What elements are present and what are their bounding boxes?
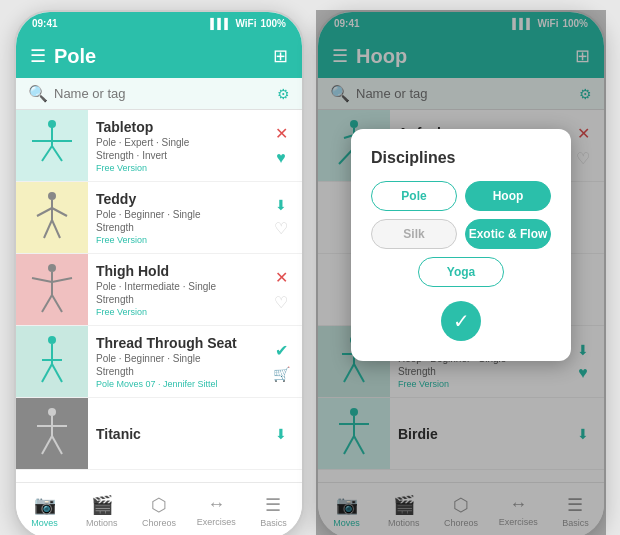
item-sub1-teddy: Pole · Beginner · Single: [96, 209, 262, 220]
svg-line-7: [37, 208, 52, 216]
download-icon-titanic[interactable]: ⬇: [275, 426, 287, 442]
battery-1: 100%: [260, 18, 286, 29]
nav-label-choreos-1: Choreos: [142, 518, 176, 528]
remove-icon-thighhold[interactable]: ✕: [275, 268, 288, 287]
item-name-tabletop: Tabletop: [96, 119, 262, 135]
list-item[interactable]: Titanic ⬇: [16, 398, 302, 470]
svg-line-9: [44, 220, 52, 238]
item-name-titanic: Titanic: [96, 426, 262, 442]
svg-line-10: [52, 220, 60, 238]
app-header-1: ☰ Pole ⊞: [16, 34, 302, 78]
list-item[interactable]: Thread Through Seat Pole · Beginner · Si…: [16, 326, 302, 398]
wifi-icon-1: WiFi: [235, 18, 256, 29]
menu-icon-1[interactable]: ☰: [30, 45, 46, 67]
item-name-thighhold: Thigh Hold: [96, 263, 262, 279]
status-time-1: 09:41: [32, 18, 58, 29]
discipline-grid: Pole Hoop Silk Exotic & Flow: [371, 181, 551, 249]
confirm-check-icon: ✓: [453, 309, 470, 333]
fav-icon-teddy[interactable]: ♡: [274, 219, 288, 238]
nav-label-exercises-1: Exercises: [197, 517, 236, 527]
svg-line-4: [52, 146, 62, 161]
nav-moves-1[interactable]: 📷 Moves: [16, 483, 73, 535]
search-icon-1: 🔍: [28, 84, 48, 103]
header-title-1: Pole: [54, 45, 96, 68]
nav-label-motions-1: Motions: [86, 518, 118, 528]
item-sub1-thread: Pole · Beginner · Single: [96, 353, 262, 364]
figure-teddy: [22, 188, 82, 248]
basics-icon-1: ☰: [265, 494, 281, 516]
item-sub2-thighhold: Strength: [96, 294, 262, 305]
disc-btn-silk[interactable]: Silk: [371, 219, 457, 249]
item-tag-teddy: Free Version: [96, 235, 262, 245]
item-tag-thread: Pole Moves 07 · Jennifer Sittel: [96, 379, 262, 389]
nav-label-moves-1: Moves: [31, 518, 58, 528]
bottom-nav-1: 📷 Moves 🎬 Motions ⬡ Choreos ↔ Exercises …: [16, 482, 302, 535]
phone-hoop-wrapper: 09:41 ▌▌▌ WiFi 100% ☰ Hoop ⊞ 🔍 ⚙: [316, 10, 606, 535]
list-item[interactable]: Teddy Pole · Beginner · Single Strength …: [16, 182, 302, 254]
item-sub2-tabletop: Strength · Invert: [96, 150, 262, 161]
svg-line-16: [52, 295, 62, 312]
nav-label-basics-1: Basics: [260, 518, 287, 528]
svg-point-11: [48, 264, 56, 272]
nav-choreos-1[interactable]: ⬡ Choreos: [130, 483, 187, 535]
svg-point-17: [48, 336, 56, 344]
figure-titanic: [22, 404, 82, 464]
list-item[interactable]: Thigh Hold Pole · Intermediate · Single …: [16, 254, 302, 326]
item-name-teddy: Teddy: [96, 191, 262, 207]
phone-pole: 09:41 ▌▌▌ WiFi 100% ☰ Pole ⊞ 🔍 ⚙: [14, 10, 304, 535]
svg-point-22: [48, 408, 56, 416]
svg-line-8: [52, 208, 67, 216]
disc-btn-exotic[interactable]: Exotic & Flow: [465, 219, 551, 249]
fav-icon-thighhold[interactable]: ♡: [274, 293, 288, 312]
nav-motions-1[interactable]: 🎬 Motions: [73, 483, 130, 535]
item-tag-thighhold: Free Version: [96, 307, 262, 317]
svg-line-13: [32, 278, 52, 282]
svg-line-20: [42, 364, 52, 382]
modal-title: Disciplines: [371, 149, 551, 167]
item-thumb-thread: [16, 326, 88, 398]
choreos-icon-1: ⬡: [151, 494, 167, 516]
search-bar-1: 🔍 ⚙: [16, 78, 302, 110]
svg-point-5: [48, 192, 56, 200]
disc-btn-hoop[interactable]: Hoop: [465, 181, 551, 211]
svg-line-25: [42, 436, 52, 454]
disc-btn-yoga[interactable]: Yoga: [418, 257, 504, 287]
figure-tabletop: [22, 116, 82, 176]
svg-line-15: [42, 295, 52, 312]
status-icons-1: ▌▌▌ WiFi 100%: [210, 18, 286, 29]
figure-thighhold: [22, 260, 82, 320]
signal-icon-1: ▌▌▌: [210, 18, 231, 29]
item-sub2-thread: Strength: [96, 366, 262, 377]
disciplines-modal: Disciplines Pole Hoop Silk Exotic & Flow…: [351, 129, 571, 361]
fav-icon-tabletop[interactable]: ♥: [276, 149, 286, 167]
filter-icon-1[interactable]: ⚙: [277, 86, 290, 102]
disciplines-modal-overlay[interactable]: Disciplines Pole Hoop Silk Exotic & Flow…: [316, 10, 606, 535]
confirm-button[interactable]: ✓: [441, 301, 481, 341]
cart-icon-thread[interactable]: 🛒: [273, 366, 290, 382]
grid-icon-1[interactable]: ⊞: [273, 45, 288, 67]
item-thumb-teddy: [16, 182, 88, 254]
svg-line-21: [52, 364, 62, 382]
moves-icon-1: 📷: [34, 494, 56, 516]
remove-icon-tabletop[interactable]: ✕: [275, 124, 288, 143]
check-icon-thread[interactable]: ✔: [275, 341, 288, 360]
list-item[interactable]: Tabletop Pole · Expert · Single Strength…: [16, 110, 302, 182]
svg-line-26: [52, 436, 62, 454]
item-tag-tabletop: Free Version: [96, 163, 262, 173]
nav-exercises-1[interactable]: ↔ Exercises: [188, 483, 245, 535]
exercises-icon-1: ↔: [207, 494, 225, 515]
item-sub2-teddy: Strength: [96, 222, 262, 233]
item-sub1-thighhold: Pole · Intermediate · Single: [96, 281, 262, 292]
disc-btn-pole[interactable]: Pole: [371, 181, 457, 211]
item-thumb-thighhold: [16, 254, 88, 326]
item-thumb-titanic: [16, 398, 88, 470]
item-name-thread: Thread Through Seat: [96, 335, 262, 351]
search-input-1[interactable]: [54, 86, 271, 101]
nav-basics-1[interactable]: ☰ Basics: [245, 483, 302, 535]
item-sub1-tabletop: Pole · Expert · Single: [96, 137, 262, 148]
download-icon-teddy[interactable]: ⬇: [275, 197, 287, 213]
svg-line-14: [52, 278, 72, 282]
status-bar-1: 09:41 ▌▌▌ WiFi 100%: [16, 12, 302, 34]
figure-thread: [22, 332, 82, 392]
list-1: Tabletop Pole · Expert · Single Strength…: [16, 110, 302, 482]
